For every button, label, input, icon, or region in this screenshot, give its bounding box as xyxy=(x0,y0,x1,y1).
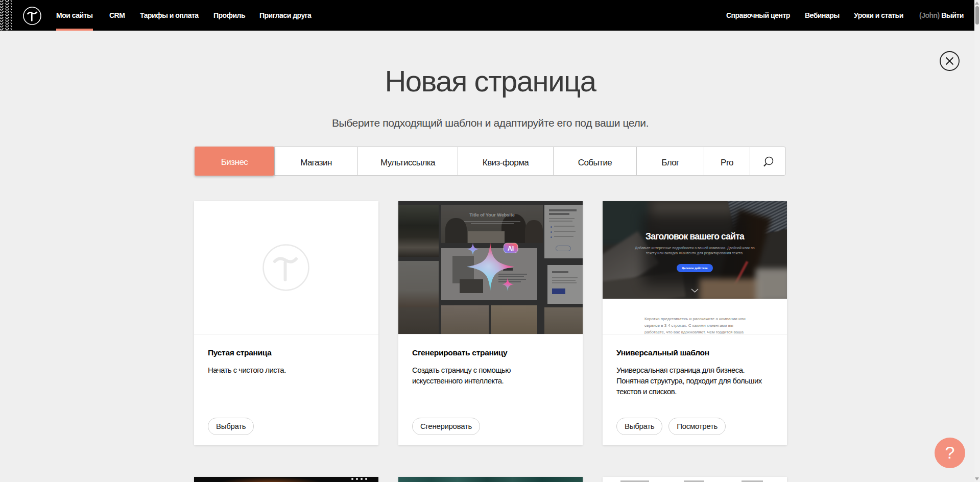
svg-text:AI: AI xyxy=(508,245,514,252)
